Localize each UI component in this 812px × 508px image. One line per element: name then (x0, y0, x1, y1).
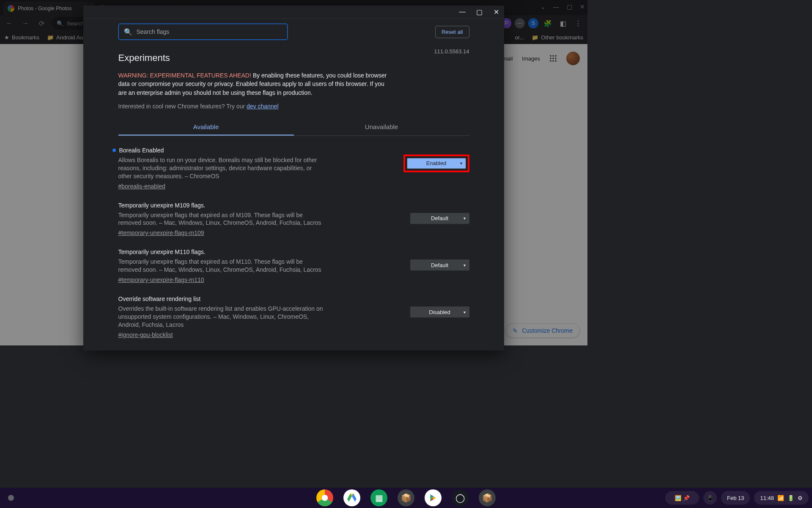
dev-channel-link[interactable]: dev channel (247, 103, 279, 110)
shelf-thumbnail[interactable]: 🖼️ 📌 (665, 491, 699, 505)
extension-icon[interactable]: ⋯ (515, 18, 525, 28)
flag-title: Borealis Enabled (118, 147, 393, 154)
shelf-pinned-apps: ▦ 📦 ◯ 📦 (316, 489, 496, 506)
flag-item: Borealis EnabledAllows Borealis to run o… (118, 147, 469, 190)
flag-item: Temporarily unexpire M109 flags.Temporar… (118, 202, 469, 237)
bookmark-truncated[interactable]: or... (515, 34, 524, 41)
minimize-icon[interactable]: — (553, 3, 559, 10)
play-store-icon[interactable] (425, 489, 442, 506)
flag-description: Temporarily unexpire flags that expired … (118, 258, 326, 274)
ntp-header-links: Gmail Images (498, 52, 580, 65)
extensions-icon[interactable]: 🧩 (542, 17, 554, 29)
search-flags-input[interactable]: 🔍 (118, 24, 288, 40)
sidepanel-icon[interactable]: ◧ (557, 17, 569, 29)
sheets-app-icon[interactable]: ▦ (370, 489, 387, 506)
files-app-icon[interactable]: 📦 (398, 489, 414, 506)
shelf-date[interactable]: Feb 13 (721, 491, 750, 505)
chrome-app-icon[interactable] (316, 489, 333, 506)
flag-item: Override software rendering listOverride… (118, 295, 469, 339)
browser-window-controls: ⌄ — ▢ ✕ (540, 3, 585, 10)
tab-title: Photos - Google Photos (18, 6, 71, 11)
flag-state-select[interactable]: Default (410, 260, 469, 271)
modified-dot-icon (112, 149, 116, 152)
drive-app-icon[interactable] (343, 489, 360, 506)
warning-bold: WARNING: EXPERIMENTAL FEATURES AHEAD! (118, 72, 251, 79)
tab-available[interactable]: Available (118, 119, 294, 135)
flag-description: Overrides the built-in software renderin… (118, 305, 326, 329)
warning-text: WARNING: EXPERIMENTAL FEATURES AHEAD! By… (118, 71, 389, 97)
steam-app-icon[interactable]: ◯ (452, 489, 469, 506)
svg-point-1 (552, 55, 554, 57)
search-flags-field[interactable] (137, 28, 282, 35)
flag-item: Temporarily unexpire M110 flags.Temporar… (118, 248, 469, 284)
app-icon[interactable]: 📦 (479, 489, 496, 506)
svg-point-2 (555, 55, 557, 57)
launcher-button[interactable] (3, 490, 19, 505)
pencil-icon: ✎ (513, 327, 518, 334)
flag-anchor-link[interactable]: #borealis-enabled (118, 183, 165, 190)
avatar[interactable] (566, 52, 580, 65)
page-title: Experiments (118, 52, 469, 64)
close-icon[interactable]: ✕ (580, 3, 585, 10)
minimize-icon[interactable]: — (458, 8, 466, 16)
back-button[interactable]: ← (3, 17, 15, 29)
flag-anchor-link[interactable]: #temporary-unexpire-flags-m110 (118, 276, 204, 283)
battery-icon: 🔋 (787, 495, 794, 501)
other-bookmarks[interactable]: 📁Other bookmarks (532, 34, 583, 41)
forward-button[interactable]: → (19, 17, 31, 29)
customize-chrome-button[interactable]: ✎ Customize Chrome (505, 323, 580, 338)
flag-title: Temporarily unexpire M109 flags. (118, 202, 400, 209)
flags-tabs: Available Unavailable (118, 119, 469, 136)
maximize-icon[interactable]: ▢ (475, 8, 483, 16)
settings-gear-icon: ⚙ (798, 495, 803, 501)
reset-all-button[interactable]: Reset all (435, 26, 469, 38)
flag-anchor-link[interactable]: #temporary-unexpire-flags-m109 (118, 229, 204, 236)
shelf-status-tray[interactable]: 11:48 📶 🔋 ⚙ (754, 491, 809, 505)
flag-state-select[interactable]: Enabled (407, 158, 466, 169)
flags-list: Borealis EnabledAllows Borealis to run o… (118, 147, 469, 351)
flag-anchor-link[interactable]: #ignore-gpu-blocklist (118, 331, 173, 338)
svg-point-4 (552, 58, 554, 59)
search-icon: 🔍 (124, 28, 132, 36)
search-icon: 🔍 (57, 20, 63, 27)
flag-title: Temporarily unexpire M110 flags. (118, 248, 400, 255)
svg-point-8 (555, 60, 557, 62)
flag-title: Override software rendering list (118, 295, 400, 302)
close-icon[interactable]: ✕ (492, 8, 500, 16)
tab-photos[interactable]: Photos - Google Photos × (3, 2, 95, 15)
dev-channel-line: Interested in cool new Chrome features? … (118, 103, 469, 110)
chevron-down-icon[interactable]: ⌄ (540, 3, 546, 10)
svg-point-0 (550, 55, 551, 57)
google-photos-icon (8, 5, 14, 12)
maximize-icon[interactable]: ▢ (567, 3, 572, 10)
customize-label: Customize Chrome (522, 327, 573, 334)
svg-point-3 (550, 58, 551, 59)
folder-icon: 📁 (532, 34, 538, 41)
extension-icon[interactable]: S (528, 18, 538, 28)
flag-description: Temporarily unexpire flags that expired … (118, 211, 326, 227)
reload-button[interactable]: ⟳ (36, 17, 47, 29)
folder-icon: 📁 (47, 34, 54, 41)
svg-point-6 (550, 60, 551, 62)
flag-state-select[interactable]: Disabled (410, 306, 469, 318)
svg-point-7 (552, 60, 554, 62)
flag-state-select[interactable]: Default (410, 213, 469, 224)
bookmarks-label[interactable]: ★Bookmarks (4, 34, 39, 41)
wifi-icon: 📶 (777, 495, 784, 501)
tab-unavailable[interactable]: Unavailable (294, 119, 469, 135)
flag-description: Allows Borealis to run on your device. B… (118, 156, 326, 180)
svg-point-5 (555, 58, 557, 59)
chrome-version: 111.0.5563.14 (434, 48, 469, 55)
menu-icon[interactable]: ⋮ (572, 17, 584, 29)
images-link[interactable]: Images (522, 55, 540, 62)
chromeos-shelf: ▦ 📦 ◯ 📦 🖼️ 📌 📱 Feb 13 11:48 📶 🔋 ⚙ (0, 488, 812, 508)
chrome-flags-window: — ▢ ✕ 🔍 Reset all Experiments 111.0.5563… (83, 6, 504, 351)
shelf-time: 11:48 (760, 495, 774, 501)
star-icon: ★ (4, 34, 9, 41)
apps-grid-icon[interactable] (549, 55, 557, 62)
flags-window-controls: — ▢ ✕ (83, 6, 504, 19)
phone-hub-icon[interactable]: 📱 (703, 491, 717, 505)
